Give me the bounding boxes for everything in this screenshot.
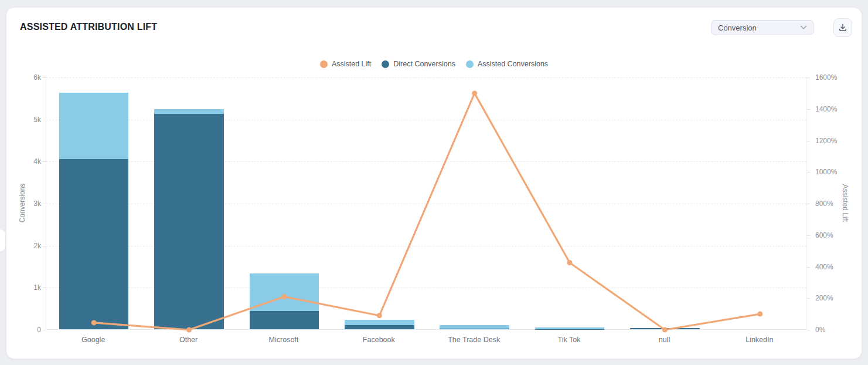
lift-line-marker[interactable]: [377, 313, 382, 318]
left-axis-tick: [43, 204, 46, 204]
right-axis-tick: [807, 77, 810, 78]
lift-line-marker[interactable]: [91, 320, 97, 325]
x-axis-label: Microsoft: [269, 336, 299, 344]
right-axis-tick-label: 1000%: [815, 167, 837, 177]
lift-line-marker[interactable]: [472, 90, 477, 96]
right-axis-tick-label: 400%: [815, 262, 833, 272]
x-axis-label: The Trade Desk: [448, 336, 500, 344]
assisted-attribution-lift-card: ASSISTED ATTRIBUTION LIFT Conversion Ass…: [6, 7, 862, 359]
right-axis-tick-label: 0%: [815, 325, 825, 334]
lift-line-layer: [46, 77, 808, 330]
right-axis-tick: [807, 172, 810, 173]
lift-line-marker[interactable]: [567, 260, 573, 265]
left-axis-tick-label: 6k: [6, 73, 41, 82]
right-axis-tick-label: 1400%: [815, 104, 837, 114]
x-axis-label: Google: [81, 336, 105, 344]
x-axis-label: Other: [179, 336, 198, 344]
left-axis-tick: [43, 77, 46, 78]
right-axis-tick: [807, 204, 810, 204]
left-axis-tick: [43, 330, 46, 330]
chart-region: Conversions Assisted Lift 01k2k3k4k5k6k0…: [6, 8, 862, 359]
right-axis-tick-label: 200%: [815, 293, 833, 303]
right-axis-tick: [807, 109, 810, 110]
left-axis-tick-label: 1k: [6, 283, 41, 292]
x-axis-label: LinkedIn: [746, 336, 773, 344]
x-axis-label: Facebook: [363, 336, 395, 344]
left-axis-tick-label: 3k: [6, 199, 41, 208]
right-axis-tick: [807, 141, 810, 141]
x-axis-label: null: [659, 336, 670, 344]
lift-line-marker[interactable]: [757, 312, 763, 317]
left-axis-tick: [43, 246, 46, 246]
right-axis-tick-label: 600%: [815, 231, 833, 240]
lift-line-marker[interactable]: [281, 294, 287, 299]
left-axis-tick-label: 5k: [6, 115, 41, 124]
right-axis-tick-label: 1600%: [815, 73, 837, 82]
right-axis-title: Assisted Lift: [841, 184, 849, 222]
left-axis-tick: [43, 288, 46, 288]
right-axis-tick-label: 800%: [815, 199, 833, 208]
lift-line: [94, 93, 760, 330]
right-axis-tick: [807, 235, 810, 236]
right-axis-tick: [807, 330, 810, 330]
x-axis-label: Tik Tok: [558, 336, 581, 344]
lift-line-marker[interactable]: [662, 327, 668, 333]
plot-area: [46, 77, 807, 330]
lift-line-marker[interactable]: [186, 327, 192, 333]
right-axis-tick: [807, 298, 810, 299]
left-axis-tick-label: 2k: [6, 241, 41, 251]
page-edge-artifact: [0, 229, 5, 252]
left-axis-tick-label: 4k: [6, 157, 41, 166]
right-axis-tick-label: 1200%: [815, 136, 837, 146]
right-axis-tick: [807, 267, 810, 268]
left-axis-tick-label: 0: [6, 325, 41, 334]
left-axis-tick: [43, 120, 46, 120]
left-axis-tick: [43, 161, 46, 162]
